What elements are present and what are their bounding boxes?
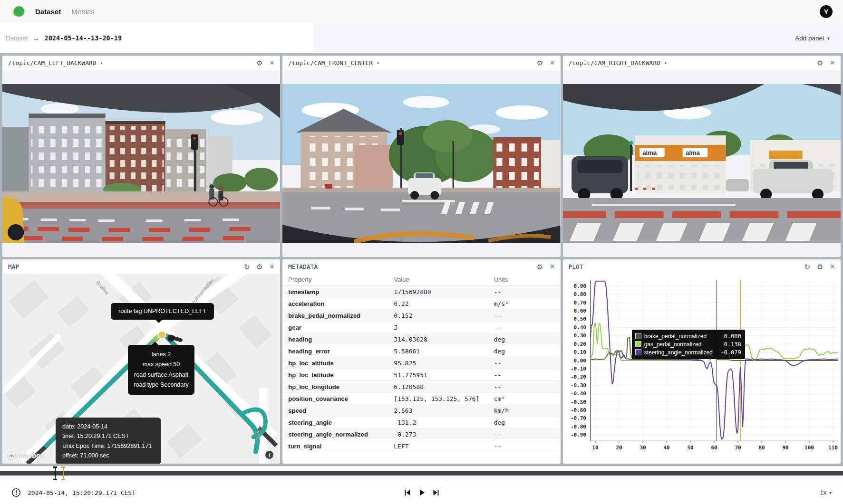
svg-text:0.20: 0.20 [573,341,586,347]
skip-to-end-button[interactable] [432,489,440,496]
mapbox-icon: m [7,451,16,460]
mapbox-attribution[interactable]: m mapbox [7,451,45,460]
svg-text:100: 100 [804,445,814,451]
breadcrumb-bar: Dataset → 2024-05-14--13-20-19 Add panel… [0,23,843,53]
cell-prop: heading [282,333,388,345]
svg-text:70: 70 [735,445,741,451]
close-icon[interactable]: × [830,262,835,271]
cell-prop: hp_loc_latitude [282,369,388,381]
alert-icon[interactable] [11,488,21,497]
panel-title-label: PLOT [569,263,583,270]
svg-text:-0.90: -0.90 [571,432,586,438]
timeline-track[interactable] [0,471,843,475]
close-icon[interactable]: × [270,262,275,271]
cell-prop: speed [282,405,388,417]
table-row: timestamp1715692880-- [282,286,560,298]
cell-unit: -- [488,322,561,333]
camera-image-cam-left [2,70,280,257]
gear-icon[interactable]: ⚙ [537,263,543,270]
add-panel-label: Add panel [795,35,824,42]
playback-timestamp: 2024-05-14, 15:20:29.171 CEST [28,489,136,496]
close-icon[interactable]: × [550,262,555,271]
chevron-down-icon: ▾ [664,60,667,66]
topic-selector-cam-right[interactable]: /topic/CAM_RIGHT_BACKWARD ▾ [569,59,667,67]
add-panel-button[interactable]: Add panel ▾ [795,35,830,42]
user-avatar[interactable]: Y [820,5,833,18]
col-header-value: Value [388,274,488,286]
chevron-down-icon: ▾ [829,490,832,495]
svg-text:-0.60: -0.60 [571,407,586,413]
svg-text:60: 60 [711,445,717,451]
breadcrumb-arrow-icon: → [33,34,40,42]
road-type-line: road type Secondary [131,380,192,390]
camera-scene-right: alma alma [563,84,841,243]
table-row: hp_loc_latitude51.775951-- [282,369,560,381]
svg-text:20: 20 [616,445,622,451]
map-marker-vehicle[interactable] [158,331,165,339]
tab-metrics[interactable]: Metrics [71,8,94,16]
map-tooltip-datetime: date: 2024-05-14 time: 15:20:29.171 CEST… [56,418,161,464]
gear-icon[interactable]: ⚙ [537,59,543,67]
refresh-icon[interactable]: ↻ [244,263,250,270]
playback-bar: 2024-05-14, 15:20:29.171 CEST 1x ▾ [0,481,843,504]
close-icon[interactable]: × [830,58,835,67]
close-icon[interactable]: × [270,58,275,67]
topic-selector-cam-left[interactable]: /topic/CAM_LEFT_BACKWARD ▾ [8,59,103,67]
svg-text:0.00: 0.00 [573,358,586,364]
plot-area[interactable]: 0.900.800.700.600.500.400.300.200.100.00… [563,274,841,464]
cell-val: 95.825 [388,357,488,369]
cell-unit: -- [488,310,561,322]
timeline-hover-handle[interactable] [52,466,58,480]
table-row: brake_pedal_normalized0.152-- [282,310,560,322]
map-marker-secondary[interactable] [167,335,174,342]
legend-name: gas_pedal_normalized [644,341,702,348]
cell-prop: brake_pedal_normalized [282,310,388,322]
timeline-playhead-handle[interactable] [60,466,66,480]
cell-val: LEFT [388,440,488,452]
time-line: time: 15:20:29.171 CEST [62,431,155,441]
gear-icon[interactable]: ⚙ [817,59,823,67]
topic-title: /topic/CAM_LEFT_BACKWARD [8,59,96,67]
cell-unit: -- [488,286,561,298]
chevron-down-icon: ▾ [377,60,379,66]
cell-unit: -- [488,381,561,393]
cell-val: 51.775951 [388,369,488,381]
lanes-line: lanes 2 [131,350,192,360]
map-canvas[interactable]: gsallee Hoffmannallee rsallee route tag … [2,274,280,464]
panel-cam-right-backward: /topic/CAM_RIGHT_BACKWARD ▾ ⚙ × [563,56,841,257]
app-logo-icon[interactable] [12,5,27,18]
svg-text:-0.30: -0.30 [571,382,586,389]
cell-prop: position_covariance [282,393,388,405]
legend-swatch [635,349,641,355]
cell-prop: heading_error [282,345,388,357]
line-chart[interactable]: 0.900.800.700.600.500.400.300.200.100.00… [563,274,841,463]
tab-dataset[interactable]: Dataset [35,8,61,16]
refresh-icon[interactable]: ↻ [804,263,810,270]
panel-title-label: METADATA [288,263,318,270]
cell-val: 5.58661 [388,345,488,357]
table-row: hp_loc_altitude95.825-- [282,357,560,369]
gear-icon[interactable]: ⚙ [256,59,262,67]
breadcrumb-root[interactable]: Dataset [6,35,28,42]
cell-val: 2.563 [388,405,488,417]
topic-selector-cam-front[interactable]: /topic/CAM_FRONT_CENTER ▾ [288,59,379,67]
playback-speed-control[interactable]: 1x ▾ [820,489,832,496]
legend-row: brake_pedal_normalized0.000 [635,332,741,340]
epoch-line: Unix Epoc Time: 1715692891.171 [62,441,155,451]
skip-to-start-button[interactable] [404,489,411,496]
cell-unit: deg [488,345,561,357]
gear-icon[interactable]: ⚙ [817,263,823,270]
play-button[interactable] [418,489,426,496]
svg-text:90: 90 [782,445,788,451]
close-icon[interactable]: × [550,58,555,67]
gear-icon[interactable]: ⚙ [256,263,262,270]
svg-text:50: 50 [687,445,693,451]
max-speed-line: max speed 50 [131,360,192,370]
camera-scene-front [282,84,560,243]
svg-text:30: 30 [640,445,646,451]
cell-val: 1715692880 [388,286,488,298]
col-header-units: Units [488,274,561,286]
svg-text:0.30: 0.30 [573,333,586,339]
dark-suv [572,156,628,200]
cell-prop: hp_loc_longitude [282,381,388,393]
